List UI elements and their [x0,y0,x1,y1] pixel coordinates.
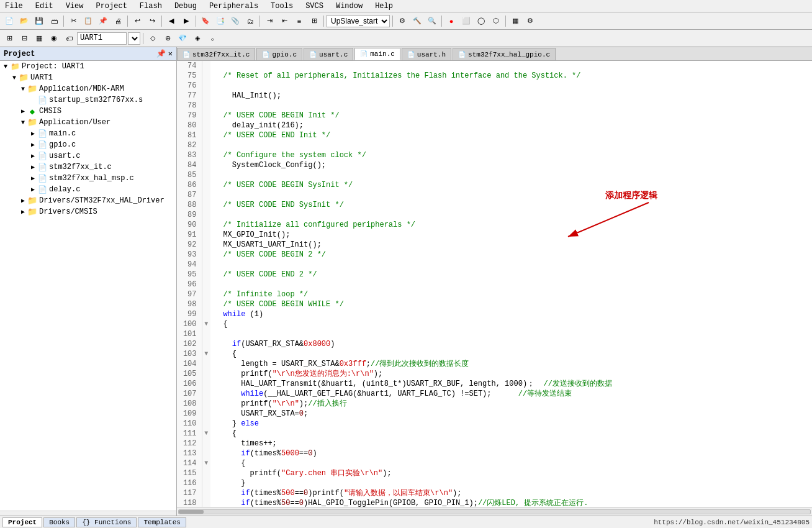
sidebar-item-main-c[interactable]: ▶ 📄 main.c [0,128,176,139]
menu-tools[interactable]: Tools [268,1,295,12]
tab-usart-h[interactable]: 📄 usart.h [402,48,451,60]
undo-button[interactable]: ↩ [130,14,144,28]
redo-button[interactable]: ↪ [145,14,159,28]
sidebar-item-usart-c[interactable]: ▶ 📄 usart.c [0,150,176,162]
tab-stm32f7xx-it[interactable]: 📄 stm32f7xx_it.c [177,48,255,60]
search-button[interactable]: 🔍 [425,14,439,28]
bottom-tab-books[interactable]: Books [43,517,75,527]
tb2-btn5[interactable]: 🏷 [62,32,76,45]
line-number: 100 [177,319,202,329]
sidebar-item-uart1[interactable]: ▼ 📁 UART1 [0,72,176,83]
debug3-button[interactable]: ⬡ [489,14,503,28]
debug-stop-button[interactable]: ⬜ [459,14,473,28]
sidebar-item-stm32f7xx-hal-msp[interactable]: ▶ 📄 stm32f7xx_hal_msp.c [0,173,176,184]
sidebar-item-startup[interactable]: 📄 startup_stm32f767xx.s [0,94,176,106]
menu-project[interactable]: Project [93,1,129,12]
fold-icon[interactable]: ▼ [202,429,210,439]
save-all-button[interactable]: 🗃 [47,14,61,28]
sidebar-item-drivers-hal[interactable]: ▶ 📁 Drivers/STM32F7xx_HAL_Driver [0,195,176,206]
line-number: 112 [177,439,202,448]
tb2-btn9[interactable]: ◈ [191,32,204,45]
project-icon: 📁 [10,61,20,71]
bottom-tab-functions[interactable]: {} Functions [76,517,137,527]
format2-button[interactable]: ⊞ [307,14,321,28]
tb2-btn4[interactable]: ◉ [47,32,61,45]
menu-file[interactable]: File [2,1,25,12]
paste-button[interactable]: 📌 [96,14,110,28]
sidebar-item-delay-c[interactable]: ▶ 📄 delay.c [0,184,176,195]
menu-help[interactable]: Help [372,1,395,12]
print-button[interactable]: 🖨 [111,14,125,28]
sidebar-item-cmsis[interactable]: ▶ ◆ CMSIS [0,106,176,117]
indent-button[interactable]: ⇥ [263,14,276,28]
bookmark2-button[interactable]: 📑 [214,14,227,28]
sidebar-pin-icon[interactable]: 📌 [156,49,166,58]
hscroll-area[interactable] [177,507,812,516]
fold-icon[interactable]: ▼ [202,319,210,329]
sidebar-item-app-user[interactable]: ▼ 📁 Application/User [0,117,176,128]
tb2-btn8[interactable]: 💎 [176,32,189,45]
tb2-btn3[interactable]: ▦ [32,32,46,45]
menu-edit[interactable]: Edit [33,1,56,12]
folder-icon: 📁 [27,196,37,206]
bookmark-button[interactable]: 🔖 [199,14,212,28]
tab-gpio[interactable]: 📄 gpio.c [256,48,302,60]
sidebar-item-project-root[interactable]: ▼ 📁 Project: UART1 [0,61,176,72]
tab-main-c[interactable]: 📄 main.c [354,48,400,60]
table-row: 80 delay_init(216); [177,121,812,130]
sidebar-item-stm32f7xx-it[interactable]: ▶ 📄 stm32f7xx_it.c [0,162,176,173]
menu-view[interactable]: View [63,1,86,12]
fold-icon[interactable]: ▼ [202,458,210,468]
code-line [210,170,812,180]
debug2-button[interactable]: ◯ [474,14,488,28]
file-icon: 📄 [37,173,47,183]
sidebar-item-app-mdk[interactable]: ▼ 📁 Application/MDK-ARM [0,83,176,94]
tab-label: gpio.c [272,51,297,58]
cut-button[interactable]: ✂ [66,14,80,28]
open-button[interactable]: 📂 [17,14,31,28]
sidebar-tree: ▼ 📁 Project: UART1 ▼ 📁 UART1 ▼ 📁 Applica… [0,61,176,511]
sidebar-item-gpio-c[interactable]: ▶ 📄 gpio.c [0,139,176,150]
fold-icon[interactable]: ▼ [202,349,210,359]
save-button[interactable]: 💾 [32,14,46,28]
sep1 [63,16,64,27]
window2-button[interactable]: ⚙ [523,14,537,28]
build-button[interactable]: 🔨 [410,14,424,28]
menu-peripherals[interactable]: Peripherals [207,1,261,12]
cmsis-icon: ◆ [27,106,37,116]
target-opts-button[interactable]: ⚙ [395,14,409,28]
tb2-btn10[interactable]: ⬦ [205,32,219,45]
sidebar-scroll[interactable] [0,511,176,516]
tb2-btn2[interactable]: ⊟ [17,32,31,45]
sidebar-close-icon[interactable]: ✕ [168,49,173,58]
code-line: length = USART_RX_STA&0x3fff;//得到此次接收到的数… [210,359,812,369]
code-line: printf("\r\n您发送的消息为:\r\n"); [210,369,812,379]
tab-usart[interactable]: 📄 usart.c [304,48,353,60]
nav-back-button[interactable]: ◀ [165,14,178,28]
fold-icon [202,250,210,260]
bookmark3-button[interactable]: 📎 [228,14,242,28]
target-combo[interactable]: UpSlave_start [327,15,390,27]
tab-stm32f7xx-hal-gpio[interactable]: 📄 stm32f7xx_hal_gpio.c [453,48,556,60]
debug-start-button[interactable]: ● [444,14,458,28]
menu-svcs[interactable]: SVCS [303,1,326,12]
copy-button[interactable]: 📋 [81,14,95,28]
unindent-button[interactable]: ⇤ [277,14,291,28]
menu-window[interactable]: Window [333,1,365,12]
code-container[interactable]: 7475 /* Reset of all peripherals, Initia… [177,61,812,507]
menu-debug[interactable]: Debug [172,1,199,12]
tb2-btn6[interactable]: ◇ [146,32,160,45]
nav-fwd-button[interactable]: ▶ [179,14,193,28]
tb2-btn7[interactable]: ⊕ [161,32,174,45]
tb2-btn1[interactable]: ⊞ [2,32,16,45]
sidebar-item-drivers-cmsis[interactable]: ▶ 📁 Drivers/CMSIS [0,206,176,217]
format-button[interactable]: ≡ [292,14,306,28]
window1-button[interactable]: ▦ [508,14,522,28]
bookmark4-button[interactable]: 🗂 [243,14,257,28]
bottom-tab-templates[interactable]: Templates [138,517,186,527]
menu-flash[interactable]: Flash [137,1,165,12]
bottom-tab-project[interactable]: Project [2,517,42,527]
uart-combo[interactable] [128,32,140,45]
new-button[interactable]: 📄 [2,14,16,28]
table-row: 101 [177,329,812,339]
